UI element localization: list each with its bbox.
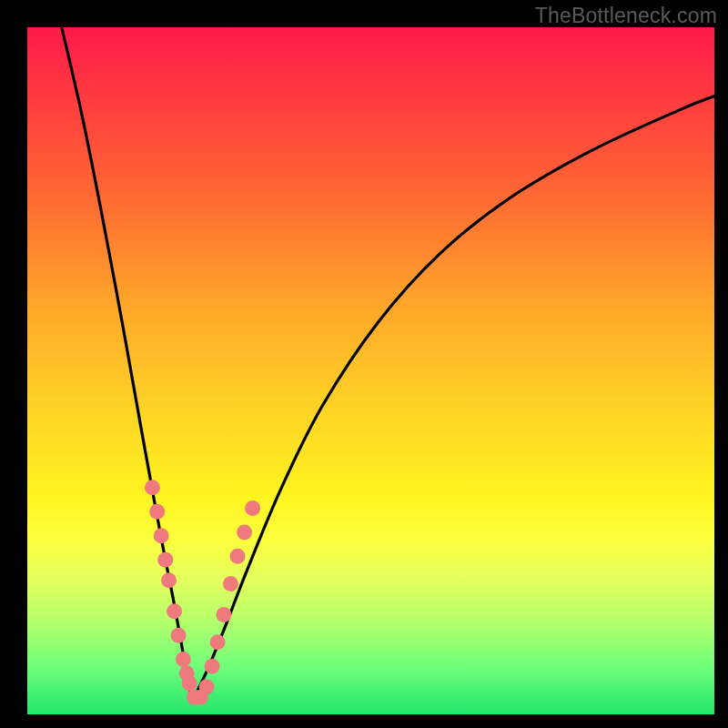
data-marker <box>161 572 177 588</box>
data-marker <box>149 504 165 520</box>
data-marker <box>205 659 220 674</box>
watermark-text: TheBottleneck.com <box>535 4 717 28</box>
data-marker <box>145 480 160 495</box>
data-marker <box>176 652 191 667</box>
data-marker <box>171 628 187 643</box>
data-marker <box>157 552 173 568</box>
data-marker <box>210 634 226 650</box>
data-marker <box>230 549 246 564</box>
data-marker <box>223 576 238 592</box>
curve-right-branch <box>192 96 714 701</box>
chart-svg <box>27 27 714 714</box>
data-marker <box>167 603 182 619</box>
data-marker <box>199 679 215 694</box>
data-marker <box>154 528 169 543</box>
data-marker <box>187 690 202 705</box>
data-marker <box>245 500 260 516</box>
data-marker <box>182 676 197 692</box>
data-marker <box>237 524 252 540</box>
chart-frame: TheBottleneck.com <box>0 0 728 728</box>
marker-group <box>145 480 260 704</box>
data-marker <box>216 607 231 622</box>
curve-left-branch <box>62 27 192 701</box>
data-marker <box>179 665 195 681</box>
data-marker <box>193 690 208 705</box>
plot-area <box>27 27 714 714</box>
